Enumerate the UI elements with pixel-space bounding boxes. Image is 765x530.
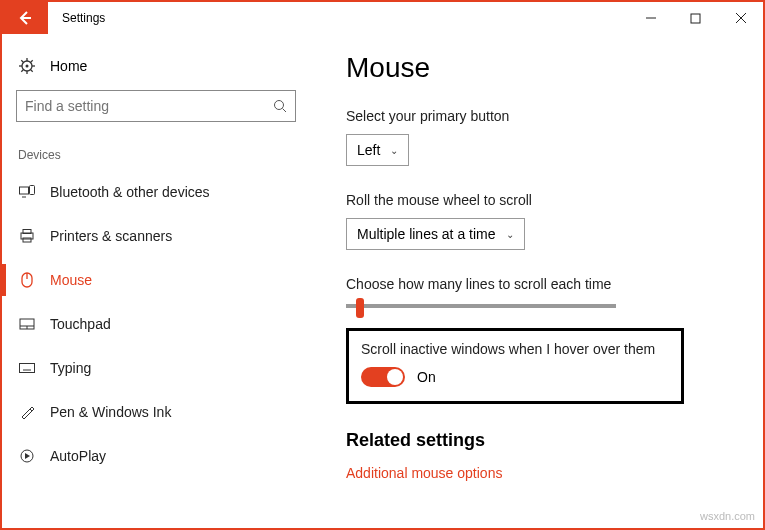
chevron-down-icon: ⌄	[390, 145, 398, 156]
watermark: wsxdn.com	[700, 510, 755, 522]
printer-icon	[18, 229, 36, 243]
search-box[interactable]	[16, 90, 296, 122]
lines-to-scroll-slider[interactable]	[346, 304, 616, 308]
slider-thumb[interactable]	[356, 298, 364, 318]
scroll-inactive-section: Scroll inactive windows when I hover ove…	[346, 328, 684, 404]
touchpad-icon	[18, 318, 36, 330]
gear-icon	[18, 58, 36, 74]
nav-group-label: Devices	[16, 148, 296, 162]
maximize-button[interactable]	[673, 2, 718, 34]
sidebar-item-label: Printers & scanners	[50, 228, 172, 244]
svg-point-2	[26, 65, 29, 68]
svg-rect-13	[20, 187, 29, 194]
wheel-scroll-select[interactable]: Multiple lines at a time ⌄	[346, 218, 525, 250]
back-button[interactable]	[2, 2, 48, 34]
scroll-inactive-toggle[interactable]	[361, 367, 405, 387]
keyboard-icon	[18, 363, 36, 373]
svg-rect-24	[20, 364, 35, 373]
search-icon	[273, 99, 287, 113]
sidebar-item-label: Bluetooth & other devices	[50, 184, 210, 200]
close-button[interactable]	[718, 2, 763, 34]
primary-button-value: Left	[357, 142, 380, 158]
svg-point-11	[275, 101, 284, 110]
sidebar-item-label: Mouse	[50, 272, 92, 288]
main-panel: Mouse Select your primary button Left ⌄ …	[310, 34, 763, 528]
home-label: Home	[50, 58, 87, 74]
sidebar-item-typing[interactable]: Typing	[16, 346, 296, 390]
sidebar-item-autoplay[interactable]: AutoPlay	[16, 434, 296, 478]
sidebar-item-label: Pen & Windows Ink	[50, 404, 171, 420]
sidebar-item-mouse[interactable]: Mouse	[16, 258, 296, 302]
primary-button-select[interactable]: Left ⌄	[346, 134, 409, 166]
svg-line-7	[21, 60, 23, 62]
pen-icon	[18, 405, 36, 419]
primary-button-label: Select your primary button	[346, 108, 737, 124]
mouse-icon	[18, 272, 36, 288]
chevron-down-icon: ⌄	[506, 229, 514, 240]
home-nav[interactable]: Home	[16, 52, 296, 90]
page-title: Mouse	[346, 52, 737, 84]
related-settings-heading: Related settings	[346, 430, 737, 451]
devices-icon	[18, 185, 36, 199]
maximize-icon	[690, 13, 701, 24]
toggle-knob	[387, 369, 403, 385]
window-title: Settings	[48, 2, 105, 34]
autoplay-icon	[18, 449, 36, 463]
sidebar-item-pen[interactable]: Pen & Windows Ink	[16, 390, 296, 434]
scroll-inactive-label: Scroll inactive windows when I hover ove…	[361, 341, 669, 357]
minimize-button[interactable]	[628, 2, 673, 34]
close-icon	[735, 12, 747, 24]
svg-rect-0	[691, 14, 700, 23]
arrow-left-icon	[17, 10, 33, 26]
sidebar-item-label: AutoPlay	[50, 448, 106, 464]
svg-line-8	[31, 70, 33, 72]
sidebar-item-printers[interactable]: Printers & scanners	[16, 214, 296, 258]
scroll-inactive-state: On	[417, 369, 436, 385]
sidebar-item-bluetooth[interactable]: Bluetooth & other devices	[16, 170, 296, 214]
svg-rect-14	[30, 186, 35, 195]
svg-line-12	[283, 109, 287, 113]
sidebar-item-touchpad[interactable]: Touchpad	[16, 302, 296, 346]
additional-mouse-options-link[interactable]: Additional mouse options	[346, 465, 737, 481]
sidebar: Home Devices Bluetooth & other devices P…	[2, 34, 310, 528]
svg-line-10	[31, 60, 33, 62]
search-input[interactable]	[25, 98, 273, 114]
wheel-scroll-value: Multiple lines at a time	[357, 226, 496, 242]
sidebar-item-label: Touchpad	[50, 316, 111, 332]
window-controls	[628, 2, 763, 34]
titlebar: Settings	[2, 2, 763, 34]
sidebar-item-label: Typing	[50, 360, 91, 376]
lines-to-scroll-label: Choose how many lines to scroll each tim…	[346, 276, 737, 292]
svg-line-9	[21, 70, 23, 72]
minimize-icon	[645, 12, 657, 24]
wheel-scroll-label: Roll the mouse wheel to scroll	[346, 192, 737, 208]
